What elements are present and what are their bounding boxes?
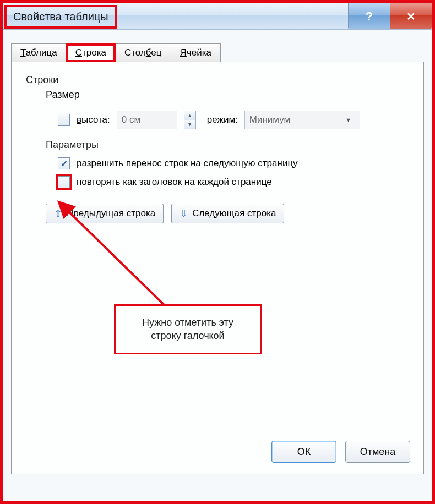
arrow-down-icon: ⇩ xyxy=(180,207,188,220)
height-label: высота: xyxy=(77,114,110,125)
mode-combo[interactable]: Минимум ▼ xyxy=(244,111,360,129)
cancel-button[interactable]: Отмена xyxy=(345,441,410,463)
tab-row-rest: трока xyxy=(82,47,106,58)
tab-bar: Таблица Строка Столбец Ячейка xyxy=(11,43,424,62)
next-row-label: Следующая строка xyxy=(192,208,276,219)
height-spinner: ▲ ▼ xyxy=(184,111,196,129)
allow-break-checkbox[interactable] xyxy=(58,157,70,169)
next-row-button[interactable]: ⇩ Следующая строка xyxy=(171,204,284,223)
params-section: Параметры разрешить перенос строк на сле… xyxy=(46,139,409,188)
prev-row-label: Предыдущая строка xyxy=(67,208,155,219)
rows-group-label: Строки xyxy=(26,74,409,86)
tab-table-rest: аблица xyxy=(26,47,57,58)
cancel-label: Отмена xyxy=(360,446,396,458)
window-controls: ? ✕ xyxy=(348,3,432,29)
tab-column-post: ец xyxy=(151,47,161,58)
nr-u: л xyxy=(199,208,204,218)
tab-row-underline: С xyxy=(75,47,82,58)
dialog-buttons: ОК Отмена xyxy=(271,441,410,463)
height-u: в xyxy=(77,114,81,125)
height-input[interactable] xyxy=(117,111,177,129)
repeat-header-checkbox[interactable] xyxy=(58,176,70,188)
annotation-line1: Нужно отметить эту xyxy=(124,316,251,329)
close-button[interactable]: ✕ xyxy=(390,3,432,29)
size-row: высота: ▲ ▼ режим: Минимум ▼ xyxy=(58,111,409,129)
spinner-down[interactable]: ▼ xyxy=(184,120,195,129)
pr-u: П xyxy=(67,208,73,218)
tab-table[interactable]: Таблица xyxy=(11,43,67,62)
height-checkbox[interactable] xyxy=(58,114,70,126)
dialog-title: Свойства таблицы xyxy=(4,5,117,29)
annotation-line2: строку галочкой xyxy=(124,329,251,342)
chevron-down-icon: ▼ xyxy=(342,111,355,129)
allow-break-label: разрешить перенос строк на следующую стр… xyxy=(77,158,298,169)
tab-column-pre: Стол xyxy=(124,47,146,58)
prev-row-button[interactable]: ⇧ Предыдущая строка xyxy=(46,204,164,223)
tab-table-underline: Т xyxy=(20,47,26,58)
params-label: Параметры xyxy=(46,139,409,151)
nr-post: едующая строка xyxy=(204,208,276,218)
help-icon: ? xyxy=(366,9,373,24)
rh-pre: повторять как xyxy=(77,177,139,187)
arrow-up-icon: ⇧ xyxy=(54,207,62,220)
mode-value: Минимум xyxy=(249,114,290,125)
tab-column[interactable]: Столбец xyxy=(115,43,171,62)
ok-label: ОК xyxy=(297,446,311,458)
pr-rest: редыдущая строка xyxy=(73,208,155,218)
tab-panel-row: Строки Размер высота: ▲ ▼ режим: Минимум… xyxy=(11,62,424,474)
mode-label: режим: xyxy=(207,114,238,125)
tab-row[interactable]: Строка xyxy=(66,43,116,62)
tab-cell[interactable]: Ячейка xyxy=(171,43,221,62)
rh-post: аголовок на каждой странице xyxy=(143,177,271,187)
titlebar: Свойства таблицы ? ✕ xyxy=(3,3,432,30)
repeat-header-row: повторять как заголовок на каждой страни… xyxy=(58,176,409,188)
help-button[interactable]: ? xyxy=(348,3,390,29)
tab-column-underline: б xyxy=(146,47,151,58)
close-icon: ✕ xyxy=(406,10,416,23)
size-label: Размер xyxy=(46,89,409,101)
nr-pre: С xyxy=(192,208,199,218)
repeat-header-label: повторять как заголовок на каждой страни… xyxy=(77,177,272,188)
dialog-body: Таблица Строка Столбец Ячейка Строки Раз… xyxy=(3,30,432,501)
annotation-callout: Нужно отметить эту строку галочкой xyxy=(114,304,262,354)
ok-button[interactable]: ОК xyxy=(271,441,336,463)
height-rest: ысота: xyxy=(81,114,110,125)
table-properties-dialog: Свойства таблицы ? ✕ Таблица Строка Стол… xyxy=(3,3,432,501)
tab-cell-rest: чейка xyxy=(187,47,211,58)
tab-cell-underline: Я xyxy=(180,47,187,58)
spinner-up[interactable]: ▲ xyxy=(184,111,195,120)
nav-row: ⇧ Предыдущая строка ⇩ Следующая строка xyxy=(46,204,409,223)
svg-line-1 xyxy=(67,210,165,305)
allow-break-row: разрешить перенос строк на следующую стр… xyxy=(58,157,409,169)
